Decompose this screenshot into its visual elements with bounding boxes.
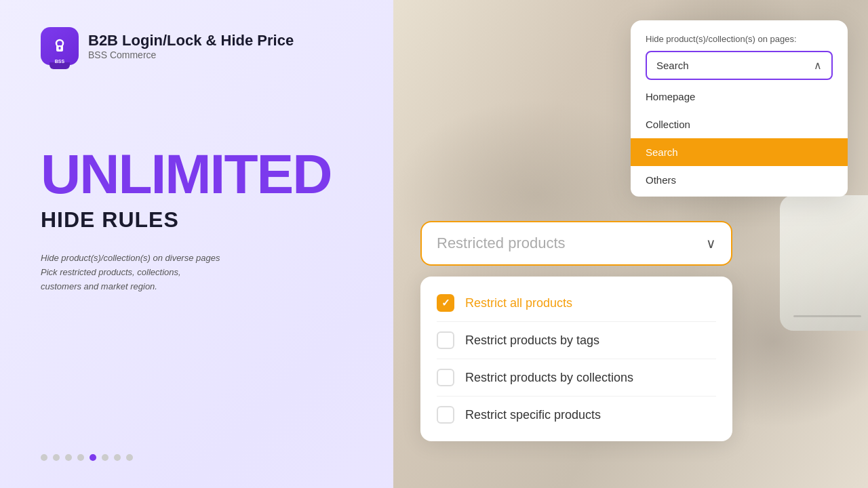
checkbox-by-tags[interactable] xyxy=(437,331,454,349)
option-item-all[interactable]: Restrict all products xyxy=(420,285,732,321)
option-item-tags[interactable]: Restrict products by tags xyxy=(420,322,732,359)
option-label-specific: Restrict specific products xyxy=(465,408,601,422)
option-label-all: Restrict all products xyxy=(465,296,572,310)
app-title: B2B Login/Lock & Hide Price xyxy=(88,32,294,49)
main-heading: UNLIMITED xyxy=(41,146,353,202)
dropdown-menu: Homepage Collection Search Others xyxy=(631,80,848,197)
dropdown-label: Hide product(s)/collection(s) on pages: xyxy=(646,34,833,44)
option-item-specific[interactable]: Restrict specific products xyxy=(420,396,732,433)
restricted-products-title: Restricted products xyxy=(437,235,566,252)
option-label-tags: Restrict products by tags xyxy=(465,333,599,348)
logo-section: BSS B2B Login/Lock & Hide Price BSS Comm… xyxy=(41,27,353,65)
cards-container: Hide product(s)/collection(s) on pages: … xyxy=(420,14,854,474)
option-item-collections[interactable]: Restrict products by collections xyxy=(420,359,732,396)
checkbox-specific-products[interactable] xyxy=(437,406,454,424)
dot-7[interactable] xyxy=(114,454,121,461)
description: Hide product(s)/collection(s) on diverse… xyxy=(41,251,271,293)
dot-1[interactable] xyxy=(41,454,47,461)
dot-6[interactable] xyxy=(102,454,108,461)
dropdown-chevron-icon: ∧ xyxy=(814,59,822,72)
restricted-chevron-icon: ∨ xyxy=(706,235,716,251)
left-panel: BSS B2B Login/Lock & Hide Price BSS Comm… xyxy=(0,0,393,488)
dot-2[interactable] xyxy=(53,454,60,461)
logo-text: B2B Login/Lock & Hide Price BSS Commerce xyxy=(88,32,294,60)
checkbox-all-products[interactable] xyxy=(437,294,454,312)
dot-3[interactable] xyxy=(65,454,72,461)
dropdown-selected-value: Search xyxy=(656,60,689,71)
dot-4[interactable] xyxy=(77,454,84,461)
hero-content: UNLIMITED HIDE RULES Hide product(s)/col… xyxy=(41,146,353,293)
options-card: Restrict all products Restrict products … xyxy=(420,277,732,441)
svg-rect-3 xyxy=(59,47,61,49)
checkbox-by-collections[interactable] xyxy=(437,369,454,386)
restricted-products-dropdown[interactable]: Restricted products ∨ xyxy=(420,221,732,266)
dropdown-item-homepage[interactable]: Homepage xyxy=(631,83,848,110)
app-subtitle: BSS Commerce xyxy=(88,49,294,60)
dropdown-item-search[interactable]: Search xyxy=(631,138,848,166)
dropdown-item-others[interactable]: Others xyxy=(631,166,848,194)
option-label-collections: Restrict products by collections xyxy=(465,371,633,385)
bss-badge: BSS xyxy=(55,59,64,64)
sub-heading: HIDE RULES xyxy=(41,207,353,232)
dropdown-item-collection[interactable]: Collection xyxy=(631,110,848,138)
dot-8[interactable] xyxy=(126,454,133,461)
pagination-dots xyxy=(41,454,353,461)
dropdown-card: Hide product(s)/collection(s) on pages: … xyxy=(631,20,848,197)
right-panel: Hide product(s)/collection(s) on pages: … xyxy=(393,0,868,488)
app-logo-icon: BSS xyxy=(41,27,79,65)
dropdown-select[interactable]: Search ∧ xyxy=(646,51,833,80)
dot-5-active[interactable] xyxy=(90,454,96,461)
